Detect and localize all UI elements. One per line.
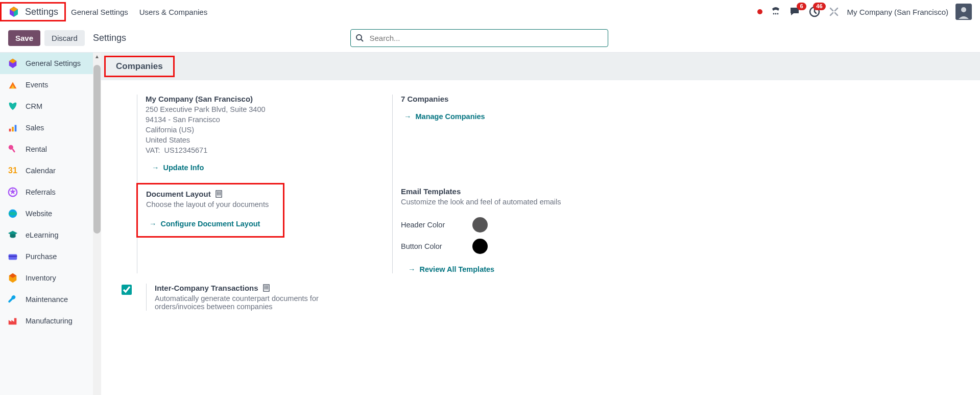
svg-rect-27 [220,194,221,195]
app-logo-icon [8,6,20,18]
user-avatar[interactable] [955,4,972,20]
maintenance-icon [7,294,18,305]
menu-users-companies[interactable]: Users & Companies [139,8,207,16]
svg-rect-22 [217,193,218,194]
activities-icon[interactable]: 46 [808,6,821,18]
website-icon [7,208,18,219]
inventory-icon [7,272,18,284]
sidebar-item-label: eLearning [26,231,59,239]
calendar-icon: 31 [7,165,18,176]
sidebar-item-elearning[interactable]: eLearning [0,224,93,246]
svg-rect-10 [15,125,17,132]
sidebar-item-referrals[interactable]: Referrals [0,181,93,203]
svg-rect-8 [9,129,11,132]
svg-point-1 [775,13,776,15]
configure-document-layout-link[interactable]: → Configure Document Layout [149,220,275,228]
svg-rect-33 [266,287,267,288]
building-icon [262,284,270,292]
svg-point-2 [777,13,778,15]
save-button[interactable]: Save [8,30,40,46]
rental-icon [7,144,18,155]
company-name: My Company (San Francisco) [146,95,382,103]
sidebar-item-website[interactable]: Website [0,203,93,224]
update-info-link[interactable]: → Update Info [152,164,382,172]
sidebar-item-events[interactable]: Events [0,74,93,96]
sidebar-item-inventory[interactable]: Inventory [0,267,93,289]
svg-rect-12 [12,148,15,152]
button-color-label: Button Color [401,242,447,250]
review-all-templates-link[interactable]: → Review All Templates [408,265,637,273]
sidebar-item-manufacturing[interactable]: Manufacturing [0,310,93,332]
manage-companies-link[interactable]: → Manage Companies [404,112,637,121]
svg-rect-37 [267,288,268,289]
svg-rect-26 [218,194,219,195]
elearning-icon [7,229,18,241]
settings-brand[interactable]: Settings [0,2,66,21]
building-icon [215,190,223,198]
sidebar-item-sales[interactable]: Sales [0,117,93,138]
search-input[interactable] [350,29,608,47]
svg-rect-36 [266,288,267,289]
company-vat: VAT: US12345671 [146,146,382,154]
scroll-up-icon[interactable]: ▲ [93,53,101,60]
intercompany-checkbox[interactable] [122,285,132,295]
svg-rect-32 [264,287,265,288]
sidebar-item-purchase[interactable]: Purchase [0,246,93,267]
sidebar-item-label: Inventory [26,274,56,282]
search-icon [355,34,364,42]
intercompany-title: Inter-Company Transactions [155,284,258,292]
sidebar-item-rental[interactable]: Rental [0,138,93,160]
arrow-right-icon: → [404,112,412,121]
messages-badge: 6 [797,3,806,10]
button-color-swatch[interactable] [472,239,488,254]
sidebar-item-crm[interactable]: CRM [0,96,93,117]
company-address-line: 250 Executive Park Blvd, Suite 3400 [146,105,382,113]
menu-general-settings[interactable]: General Settings [71,8,128,16]
company-address-line: United States [146,136,382,144]
document-layout-title: Document Layout [146,190,211,198]
arrow-right-icon: → [152,164,159,172]
svg-point-0 [773,13,774,15]
header-color-swatch[interactable] [472,217,488,233]
company-address-line: 94134 - San Francisco [146,115,382,124]
svg-rect-35 [264,288,265,289]
email-templates-title: Email Templates [401,187,637,196]
svg-rect-25 [217,194,218,195]
svg-point-6 [356,35,362,40]
sidebar-item-label: Events [26,81,48,89]
scroll-thumb[interactable] [93,65,101,234]
svg-rect-34 [267,287,268,288]
sidebar-item-general-settings[interactable]: General Settings [0,53,93,74]
sidebar-item-calendar[interactable]: 31 Calendar [0,160,93,181]
company-selector[interactable]: My Company (San Francisco) [847,8,948,16]
sidebar-scrollbar[interactable]: ▲ [93,53,101,395]
svg-rect-19 [217,192,218,193]
companies-count: 7 Companies [401,95,637,103]
svg-rect-30 [266,286,267,287]
svg-rect-17 [9,255,17,257]
breadcrumb: Settings [93,33,126,43]
phone-icon[interactable] [770,6,782,18]
messages-icon[interactable]: 6 [789,6,801,18]
discard-button[interactable]: Discard [44,30,85,46]
tools-icon[interactable] [828,6,840,18]
document-layout-block: Document Layout Choose the layout of you… [136,183,284,238]
section-companies-heading: Companies [104,56,175,77]
sidebar-item-maintenance[interactable]: Maintenance [0,289,93,310]
sidebar-item-label: Sales [26,124,44,132]
header-color-label: Header Color [401,221,447,229]
sidebar-item-label: Referrals [26,188,56,196]
svg-rect-21 [220,192,221,193]
email-templates-desc: Customize the look and feel of automated… [401,198,637,206]
svg-rect-20 [218,192,219,193]
svg-rect-9 [12,127,14,131]
sidebar-item-label: General Settings [26,59,81,67]
crm-icon [7,101,18,112]
arrow-right-icon: → [149,220,157,228]
svg-rect-24 [220,193,221,194]
sidebar-item-label: Purchase [26,252,57,261]
svg-rect-29 [264,286,265,287]
sidebar-item-label: Maintenance [26,295,68,304]
svg-line-7 [361,39,363,41]
sidebar-item-label: Rental [26,145,47,153]
